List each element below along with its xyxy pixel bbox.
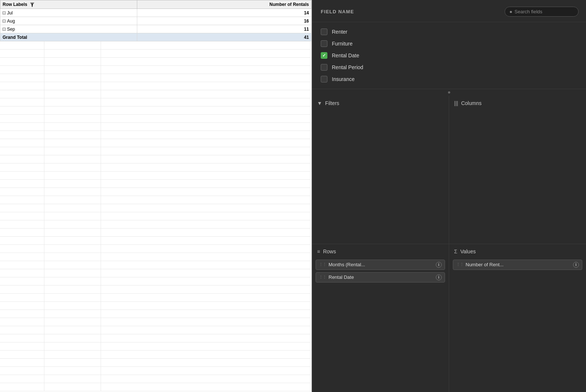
grid-cell <box>101 90 311 98</box>
pivot-areas: ▼ Filters ||| Columns ≡ Rows ⋮⋮ Months (… <box>312 96 586 392</box>
grid-cell <box>44 123 101 131</box>
grand-total-label: Grand Total <box>0 33 137 41</box>
grid-cell <box>44 294 101 302</box>
expand-icon[interactable]: − <box>3 20 6 23</box>
grid-cell <box>101 172 311 180</box>
grid-cell <box>0 318 44 326</box>
grid-cell <box>44 41 101 50</box>
grid-cell <box>0 66 44 74</box>
grid-cell <box>0 172 44 180</box>
field-checkbox-rental-date[interactable] <box>321 52 327 59</box>
grid-cell <box>0 50 44 58</box>
grid-row <box>0 326 311 334</box>
grid-cell <box>44 163 101 172</box>
grid-cell <box>0 285 44 294</box>
grid-cell <box>0 261 44 269</box>
number-of-rentals-header[interactable]: Number of Rentals <box>137 0 311 9</box>
field-checkbox-furniture[interactable] <box>321 40 327 47</box>
search-box[interactable]: ● <box>505 7 579 17</box>
pivot-area-body-values: ⋮⋮ Number of Rent... ℹ <box>449 258 586 392</box>
grid-cell <box>44 82 101 90</box>
grid-cell <box>44 107 101 115</box>
grid-cell <box>44 50 101 58</box>
grid-cell <box>0 163 44 172</box>
grid-row <box>0 253 311 261</box>
pivot-chip[interactable]: ⋮⋮ Rental Date ℹ <box>316 272 445 283</box>
grid-cell <box>44 310 101 318</box>
fields-list: Renter Furniture Rental Date Rental Peri… <box>312 22 586 89</box>
grid-cell <box>101 245 311 253</box>
field-checkbox-rental-period[interactable] <box>321 64 327 71</box>
pivot-area-values: Σ Values ⋮⋮ Number of Rent... ℹ <box>449 244 586 392</box>
field-item-rental-date[interactable]: Rental Date <box>312 50 586 61</box>
grid-row <box>0 229 311 237</box>
row-labels-text: Row Labels <box>3 2 27 7</box>
drag-handle-icon: ⋮⋮ <box>319 275 326 280</box>
grid-cell <box>0 269 44 277</box>
grid-cell <box>44 302 101 310</box>
chip-label: Rental Date <box>329 274 434 280</box>
field-checkbox-renter[interactable] <box>321 28 327 35</box>
grid-cell <box>0 188 44 196</box>
grand-total-value: 41 <box>137 33 311 41</box>
grid-row <box>0 147 311 155</box>
grid-cell <box>101 334 311 342</box>
chip-label: Number of Rent... <box>466 262 571 267</box>
grid-row <box>0 98 311 107</box>
grid-cell <box>101 163 311 172</box>
grid-cell <box>101 326 311 334</box>
grid-cell <box>44 285 101 294</box>
grid-cell <box>101 115 311 123</box>
grid-cell <box>44 245 101 253</box>
row-value: 14 <box>137 9 311 17</box>
grid-row <box>0 318 311 326</box>
grid-cell <box>44 115 101 123</box>
grid-cell <box>101 261 311 269</box>
grid-cell <box>0 115 44 123</box>
field-item-furniture[interactable]: Furniture <box>312 38 586 50</box>
field-item-rental-period[interactable]: Rental Period <box>312 61 586 73</box>
grid-row <box>0 82 311 90</box>
empty-grid-rows <box>0 41 311 392</box>
field-label-insurance: Insurance <box>332 76 354 82</box>
grid-row <box>0 90 311 98</box>
grid-cell <box>44 359 101 367</box>
row-label: −Sep <box>0 25 137 33</box>
grid-cell <box>101 253 311 261</box>
expand-icon[interactable]: − <box>3 11 6 14</box>
grid-cell <box>101 342 311 351</box>
grid-row <box>0 334 311 342</box>
grid-cell <box>101 123 311 131</box>
grid-cell <box>101 98 311 107</box>
grid-cell <box>101 66 311 74</box>
row-labels-header[interactable]: Row Labels ▼ <box>0 0 137 9</box>
grid-cell <box>44 229 101 237</box>
search-input[interactable] <box>515 9 574 14</box>
pivot-chip[interactable]: ⋮⋮ Months (Rental... ℹ <box>316 260 445 270</box>
rows-icon: ≡ <box>317 249 320 254</box>
info-icon[interactable]: ℹ <box>436 262 442 268</box>
pivot-area-header-rows: ≡ Rows <box>312 244 449 258</box>
grid-cell <box>0 196 44 204</box>
grid-row <box>0 220 311 229</box>
expand-icon[interactable]: − <box>3 28 6 31</box>
grid-cell <box>44 155 101 163</box>
pivot-area-title-columns: Columns <box>461 100 481 106</box>
grid-row <box>0 123 311 131</box>
filters-icon: ▼ <box>317 100 322 106</box>
grid-cell <box>101 41 311 50</box>
grid-cell <box>101 359 311 367</box>
grid-cell <box>0 139 44 147</box>
pivot-chip[interactable]: ⋮⋮ Number of Rent... ℹ <box>453 260 583 270</box>
info-icon[interactable]: ℹ <box>436 274 442 280</box>
field-item-renter[interactable]: Renter <box>312 26 586 38</box>
info-icon[interactable]: ℹ <box>573 262 579 268</box>
grid-row <box>0 310 311 318</box>
grid-cell <box>44 342 101 351</box>
filter-icon[interactable]: ▼ <box>30 3 34 7</box>
field-checkbox-insurance[interactable] <box>321 76 327 82</box>
grid-cell <box>44 237 101 245</box>
grid-row <box>0 196 311 204</box>
field-item-insurance[interactable]: Insurance <box>312 73 586 85</box>
grid-row <box>0 50 311 58</box>
